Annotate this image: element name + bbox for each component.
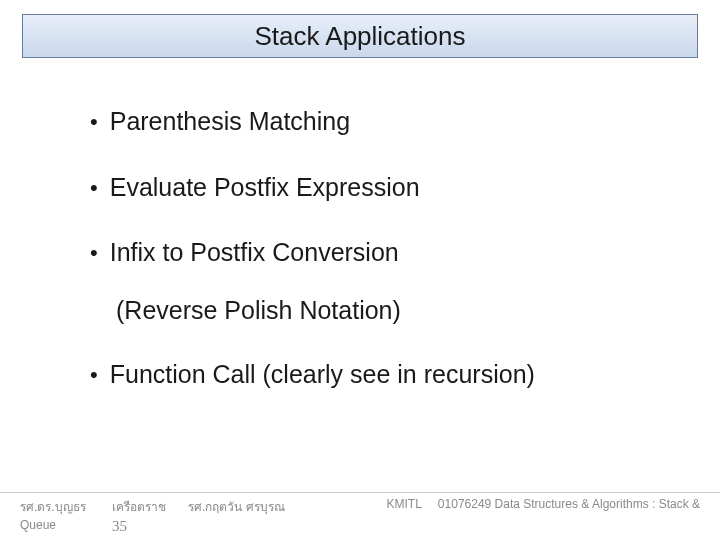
footer-author1a: รศ.ดร.บุญธร [20,497,90,516]
title-bar: Stack Applications [22,14,698,58]
footer: รศ.ดร.บุญธร Queue เครือตราช 35 รศ.กฤตวัน… [0,492,720,532]
bullet-icon: • [90,108,98,137]
content-area: • Parenthesis Matching • Evaluate Postfi… [0,58,720,390]
footer-author-block: เครือตราช 35 [112,497,166,535]
footer-author2: เครือตราช [112,497,166,516]
bullet-icon: • [90,174,98,203]
bullet-text: Function Call (clearly see in recursion) [110,361,535,389]
bullet-item: • Function Call (clearly see in recursio… [90,361,720,390]
bullet-icon: • [90,361,98,390]
bullet-text: Parenthesis Matching [110,108,350,136]
bullet-text: Infix to Postfix Conversion [110,239,399,267]
bullet-item: • Parenthesis Matching [90,108,720,137]
bullet-subtext: (Reverse Polish Notation) [90,297,720,325]
bullet-text: Evaluate Postfix Expression [110,174,420,202]
bullet-item: • Evaluate Postfix Expression [90,174,720,203]
footer-page-number: 35 [112,518,166,535]
footer-right: KMITL 01076249 Data Structures & Algorit… [387,497,700,511]
footer-course: 01076249 Data Structures & Algorithms : … [438,497,700,511]
slide-title: Stack Applications [254,21,465,52]
bullet-item: • Infix to Postfix Conversion [90,239,720,268]
footer-author-block: รศ.ดร.บุญธร Queue [20,497,90,532]
footer-author1b: Queue [20,518,90,532]
bullet-icon: • [90,239,98,268]
footer-institution: KMITL [387,497,422,511]
footer-author3: รศ.กฤตวัน ศรบุรณ [188,497,285,516]
